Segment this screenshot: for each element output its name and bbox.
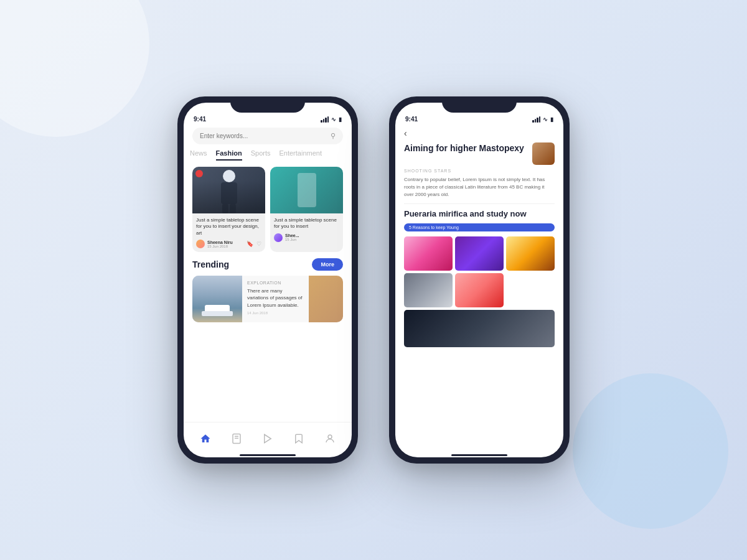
status-icons-1: ∿ ▮ <box>321 116 342 123</box>
divider-1 <box>404 203 555 204</box>
nav-play[interactable] <box>262 433 273 444</box>
trending-image <box>192 276 242 322</box>
trending-text: EXPLORATION There are many variations of… <box>242 276 309 322</box>
card-2[interactable]: Just a simple tabletop scene for you to … <box>270 167 343 252</box>
card-1-title: Just a simple tabletop scene for you to … <box>196 217 261 236</box>
card-2-author: Shee... 15 Jun <box>274 233 299 242</box>
card-2-image <box>270 167 343 213</box>
time-2: 9:41 <box>405 116 418 123</box>
trending-date: 14 Jun 2018 <box>247 311 304 315</box>
card-1-text: Just a simple tabletop scene for you to … <box>192 213 265 252</box>
signal-icon-2 <box>532 116 540 123</box>
cards-row: Just a simple tabletop scene for you to … <box>184 167 352 252</box>
tabs-row: News Fashion Sports Entertainment <box>184 149 352 161</box>
home-indicator-2 <box>395 454 563 457</box>
signal-icon <box>321 116 329 123</box>
article-1-thumb <box>532 142 555 165</box>
search-input[interactable] <box>200 133 326 139</box>
author-1-avatar <box>196 240 205 248</box>
battery-icon: ▮ <box>339 116 342 123</box>
bottom-nav <box>184 422 352 454</box>
photo-3 <box>506 236 555 271</box>
tab-sports[interactable]: Sports <box>251 149 271 161</box>
bookmark-icon[interactable]: 🔖 <box>247 241 253 247</box>
card-1-meta: Sheena Niru 15 Jun 2018 🔖 ♡ <box>196 240 261 248</box>
bg-decoration-2 <box>573 373 728 529</box>
more-button[interactable]: More <box>312 258 343 271</box>
wifi-icon: ∿ <box>331 116 336 123</box>
author-2-avatar <box>274 233 283 242</box>
battery-icon-2: ▮ <box>550 116 553 123</box>
photo-4 <box>404 273 453 307</box>
card-1-image <box>192 167 265 213</box>
card-1-author: Sheena Niru 15 Jun 2018 <box>196 240 233 248</box>
nav-bookmarks[interactable] <box>231 433 242 444</box>
tab-news[interactable]: News <box>190 149 207 161</box>
photo-1-overlay <box>404 236 453 271</box>
notch-1 <box>230 96 305 113</box>
van-shape <box>205 305 230 316</box>
author-1-name: Sheena Niru <box>207 240 233 245</box>
svg-marker-7 <box>265 434 271 443</box>
trending-image-right <box>309 276 343 322</box>
tab-entertainment[interactable]: Entertainment <box>279 149 321 161</box>
author-1-date: 15 Jun 2018 <box>207 245 233 248</box>
phone2-content: ‹ Aiming for higher Mastopexy SHOOTING S… <box>395 125 563 457</box>
phone-2: 9:41 ∿ ▮ ‹ Aiming for higher Mastopexy <box>389 96 570 464</box>
svg-point-0 <box>223 170 235 182</box>
author-2-name: Shee... <box>285 233 299 238</box>
bg-decoration-1 <box>0 0 149 137</box>
trending-category: EXPLORATION <box>247 281 304 285</box>
search-bar[interactable]: ⚲ <box>192 128 343 144</box>
heart-icon[interactable]: ♡ <box>256 241 261 247</box>
tab-fashion[interactable]: Fashion <box>216 149 242 161</box>
nav-profile[interactable] <box>324 433 336 444</box>
phones-container: 9:41 ∿ ▮ ⚲ News Fashion <box>177 96 570 464</box>
author-2-info: Shee... 15 Jun <box>285 233 299 241</box>
phone1-content: ⚲ News Fashion Sports Entertainment <box>184 125 352 457</box>
card-1[interactable]: Just a simple tabletop scene for you to … <box>192 167 265 252</box>
back-button[interactable]: ‹ <box>404 128 407 138</box>
wifi-icon-2: ∿ <box>543 116 548 123</box>
article-1-title: Aiming for higher Mastopexy <box>404 142 527 154</box>
photo-1 <box>404 236 453 271</box>
phone-1: 9:41 ∿ ▮ ⚲ News Fashion <box>177 96 358 464</box>
trending-title: Trending <box>192 259 229 269</box>
photo-grid <box>395 236 563 347</box>
svg-rect-3 <box>230 204 236 213</box>
photo-2-overlay <box>455 236 504 271</box>
notch-2 <box>442 96 517 113</box>
nav-home[interactable] <box>200 433 211 444</box>
photo-5 <box>455 273 504 307</box>
article-1-header: Aiming for higher Mastopexy <box>395 139 563 169</box>
home-bar-2 <box>451 454 507 456</box>
status-icons-2: ∿ ▮ <box>532 116 553 123</box>
svg-point-8 <box>328 435 332 439</box>
svg-rect-1 <box>221 182 237 204</box>
nav-saved[interactable] <box>293 433 304 444</box>
card-1-actions: 🔖 ♡ <box>247 241 261 247</box>
phone-1-screen: 9:41 ∿ ▮ ⚲ News Fashion <box>184 103 352 457</box>
article-1-category: SHOOTING STARS <box>395 169 563 173</box>
trending-card[interactable]: EXPLORATION There are many variations of… <box>192 276 343 322</box>
search-icon: ⚲ <box>331 132 336 140</box>
photo-2 <box>455 236 504 271</box>
article-2-title: Pueraria mirifica and study now <box>395 209 563 220</box>
time-1: 9:41 <box>194 116 206 123</box>
author-2-date: 15 Jun <box>285 238 299 241</box>
card-2-text: Just a simple tabletop scene for you to … <box>270 213 343 246</box>
trending-header: Trending More <box>192 258 343 271</box>
back-header: ‹ <box>395 125 563 139</box>
home-indicator-1 <box>184 454 352 457</box>
card-2-meta: Shee... 15 Jun <box>274 233 339 242</box>
photo-6-wide <box>404 310 555 347</box>
trending-section: Trending More EXPLORATION There are many… <box>184 252 352 422</box>
trending-desc: There are many variations of passages of… <box>247 287 304 309</box>
svg-rect-2 <box>222 204 228 213</box>
card-2-title: Just a simple tabletop scene for you to … <box>274 217 339 230</box>
phone-2-screen: 9:41 ∿ ▮ ‹ Aiming for higher Mastopexy <box>395 103 563 457</box>
home-bar-1 <box>240 454 296 456</box>
article-1-body: Contrary to popular belief, Lorem Ipsum … <box>395 176 563 198</box>
article-2-tag: 5 Reasons to keep Young <box>404 223 555 231</box>
author-1-info: Sheena Niru 15 Jun 2018 <box>207 240 233 248</box>
